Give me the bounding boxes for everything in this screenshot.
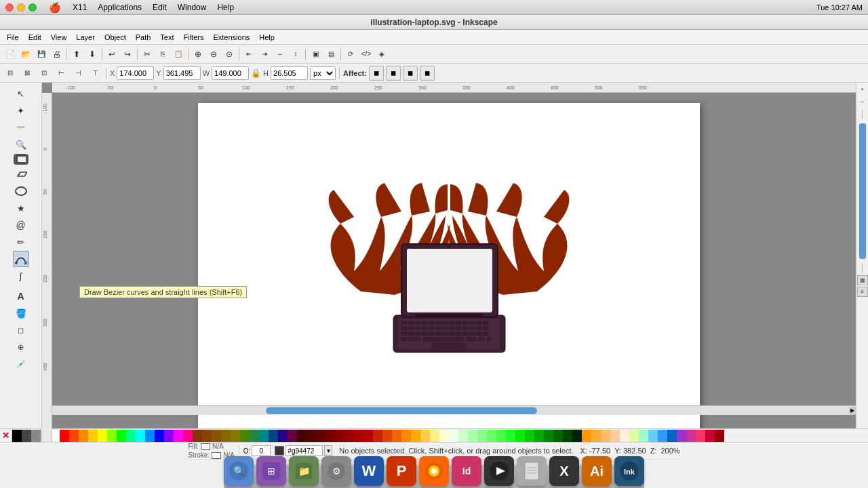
palette-color-885500[interactable] xyxy=(212,430,221,442)
palette-color-00ee00[interactable] xyxy=(515,430,525,442)
menu-text[interactable]: Text xyxy=(156,32,178,43)
dock-powerpoint[interactable]: P xyxy=(387,456,416,486)
unit-select[interactable]: pxmmcmin xyxy=(310,66,336,80)
color-eyedropper-btn[interactable]: ▼ xyxy=(324,445,332,456)
tb-zoom-fit[interactable]: ⊙ xyxy=(222,47,237,62)
tb-undo[interactable]: ↩ xyxy=(104,47,119,62)
rp-zoom-btn[interactable]: − xyxy=(857,96,868,107)
tb-copy[interactable]: ⎘ xyxy=(155,47,170,62)
tc-snap6[interactable]: ⊤ xyxy=(87,66,102,81)
palette-color-888888[interactable] xyxy=(31,430,41,442)
tc-snap4[interactable]: ⊢ xyxy=(54,66,68,81)
palette-color-aaffaa[interactable] xyxy=(468,430,477,442)
tb-align-left[interactable]: ⇤ xyxy=(241,47,256,62)
tb-zoom-out[interactable]: ⊖ xyxy=(206,47,221,62)
palette-color-66ccff[interactable] xyxy=(648,430,658,442)
palette-color-ffbb66[interactable] xyxy=(601,430,610,442)
palette-color-887700[interactable] xyxy=(231,430,240,442)
tool-ellipse[interactable] xyxy=(13,183,29,199)
dock-word[interactable]: W xyxy=(354,456,384,486)
tb-new[interactable]: 📄 xyxy=(3,47,18,62)
palette-color-00ffff[interactable] xyxy=(136,430,145,442)
menubar-x11[interactable]: X11 xyxy=(67,1,92,14)
tool-node[interactable]: ✦ xyxy=(13,102,29,119)
canvas-page[interactable] xyxy=(198,103,700,442)
dock-inkscape[interactable]: Ink xyxy=(614,456,644,486)
palette-color-aa0000[interactable] xyxy=(354,430,363,442)
palette-color-ffaa00[interactable] xyxy=(411,430,420,442)
tb-zoom-in[interactable]: ⊕ xyxy=(191,47,205,62)
palette-color-886600[interactable] xyxy=(221,430,231,442)
palette-color-ffff00[interactable] xyxy=(98,430,107,442)
tb-xml[interactable]: </> xyxy=(359,47,374,62)
palette-color-3399ff[interactable] xyxy=(658,430,667,442)
tool-spray[interactable]: ⊕ xyxy=(13,339,29,355)
no-color-btn[interactable]: ✕ xyxy=(0,430,12,442)
affect-btn-4[interactable]: ◼ xyxy=(420,66,435,81)
tb-group[interactable]: ▣ xyxy=(308,47,323,62)
palette-color-008800[interactable] xyxy=(544,430,553,442)
color-hex-input[interactable] xyxy=(285,445,323,456)
palette-color-444444[interactable] xyxy=(22,430,31,442)
opacity-input[interactable] xyxy=(252,445,271,456)
palette-color-660044[interactable] xyxy=(288,430,297,442)
tb-paste[interactable]: 📋 xyxy=(171,47,186,62)
tb-redo[interactable]: ↪ xyxy=(120,47,135,62)
palette-color-88ff00[interactable] xyxy=(107,430,117,442)
palette-color-eeffee[interactable] xyxy=(449,430,458,442)
tb-align-right[interactable]: ↔ xyxy=(273,47,288,62)
tool-pencil[interactable]: ✏ xyxy=(13,234,29,250)
tb-import[interactable]: ⬆ xyxy=(69,47,84,62)
palette-color-004400[interactable] xyxy=(563,430,572,442)
palette-color-cc0033[interactable] xyxy=(705,430,715,442)
dock-quicktime[interactable] xyxy=(484,456,514,486)
palette-color-990000[interactable] xyxy=(344,430,354,442)
palette-color-88ff88[interactable] xyxy=(477,430,487,442)
palette-color-448800[interactable] xyxy=(240,430,250,442)
palette-color-ffeedd[interactable] xyxy=(620,430,629,442)
tool-text[interactable]: A xyxy=(13,288,29,304)
palette-color-44ff44[interactable] xyxy=(496,430,506,442)
tc-snap2[interactable]: ⊠ xyxy=(20,66,35,81)
palette-color-9933cc[interactable] xyxy=(677,430,686,442)
tb-print[interactable]: 🖨 xyxy=(50,47,64,62)
palette-color-220088[interactable] xyxy=(278,430,288,442)
menu-filters[interactable]: Filters xyxy=(180,32,208,43)
menu-view[interactable]: View xyxy=(47,32,71,43)
dock-indesign[interactable]: Id xyxy=(452,456,481,486)
h-scroll-thumb[interactable] xyxy=(266,407,537,414)
menu-extensions[interactable]: Extensions xyxy=(209,32,254,43)
palette-color-660000[interactable] xyxy=(316,430,326,442)
menu-path[interactable]: Path xyxy=(132,32,155,43)
tool-eyedropper[interactable]: 💉 xyxy=(13,356,29,372)
menu-file[interactable]: File xyxy=(3,32,23,43)
palette-strip[interactable] xyxy=(12,430,868,442)
palette-color-ff3366[interactable] xyxy=(696,430,705,442)
artwork[interactable] xyxy=(320,183,578,374)
tc-snap[interactable]: ⊟ xyxy=(3,66,18,81)
affect-btn-1[interactable]: ◼ xyxy=(369,66,384,81)
menubar-window[interactable]: Window xyxy=(172,1,212,14)
palette-color-ffcc00[interactable] xyxy=(88,430,98,442)
palette-color-ff8800[interactable] xyxy=(401,430,411,442)
tool-select[interactable]: ↖ xyxy=(13,85,29,102)
w-input[interactable] xyxy=(212,66,249,80)
palette-color-cc3399[interactable] xyxy=(686,430,696,442)
tool-calligraphy[interactable]: ∫ xyxy=(13,268,29,284)
palette-color-00ff88[interactable] xyxy=(126,430,136,442)
palette-color-0088ff[interactable] xyxy=(145,430,155,442)
tool-rect[interactable] xyxy=(15,155,27,163)
palette-color-ffaa33[interactable] xyxy=(591,430,601,442)
lock-icon[interactable]: 🔒 xyxy=(251,68,261,78)
palette-color-ff4400[interactable] xyxy=(69,430,79,442)
menu-layer[interactable]: Layer xyxy=(72,32,99,43)
h-scrollbar[interactable]: ◀ ▶ xyxy=(42,405,856,415)
menubar-edit[interactable]: Edit xyxy=(147,1,172,14)
fill-swatch[interactable] xyxy=(201,443,210,450)
rp-grid-btn[interactable]: ▦ xyxy=(857,275,868,285)
affect-btn-3[interactable]: ◼ xyxy=(403,66,418,81)
dock-dashboard[interactable]: ⊞ xyxy=(256,456,286,486)
stroke-swatch[interactable] xyxy=(212,452,221,459)
tool-spiral[interactable]: @ xyxy=(13,217,29,233)
tb-transform[interactable]: ⟳ xyxy=(343,47,358,62)
